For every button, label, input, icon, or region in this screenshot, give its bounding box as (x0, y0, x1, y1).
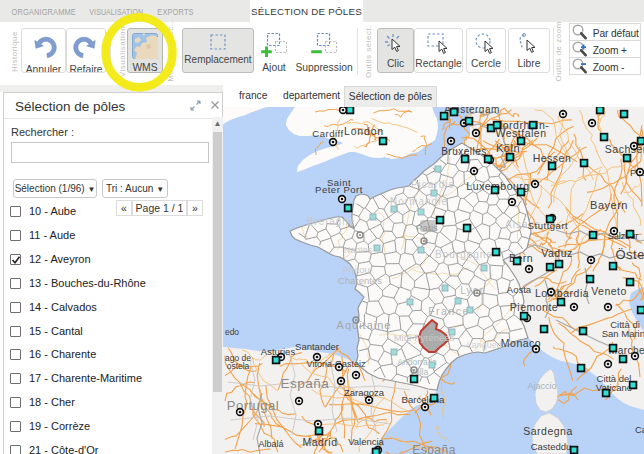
svg-text:France: France (428, 305, 470, 317)
svg-text:Piemonte: Piemonte (510, 301, 558, 313)
svg-text:Cardiff: Cardiff (312, 128, 343, 139)
svg-text:Aquitaine: Aquitaine (337, 319, 392, 331)
svg-text:Vaticano: Vaticano (596, 382, 632, 393)
svg-text:Casteddu: Casteddu (531, 441, 572, 452)
svg-text:London: London (344, 125, 384, 137)
svg-text:Peter Port: Peter Port (315, 184, 363, 195)
svg-text:Madrid: Madrid (302, 436, 337, 448)
svg-text:Poitou-: Poitou- (343, 264, 373, 275)
svg-text:edo: edo (225, 327, 239, 337)
svg-text:Normandie: Normandie (390, 196, 448, 207)
svg-text:Midi-Pyrénées: Midi-Pyrénées (394, 332, 455, 343)
svg-text:Bretagne: Bretagne (307, 216, 356, 227)
svg-text:Lombardia: Lombardia (535, 287, 589, 299)
svg-text:Charentes: Charentes (338, 275, 382, 286)
svg-text:Bourgogne: Bourgogne (435, 249, 493, 260)
svg-text:España: España (412, 443, 456, 454)
svg-text:Vaduz: Vaduz (541, 247, 573, 259)
svg-text:Ajaccio: Ajaccio (527, 381, 556, 391)
svg-text:Österr: Österr (615, 247, 644, 262)
svg-text:Bayern: Bayern (590, 199, 628, 211)
svg-text:Picardie: Picardie (411, 179, 455, 190)
svg-text:España: España (281, 376, 330, 391)
svg-text:Valencia: Valencia (348, 436, 384, 447)
svg-text:Ca: Ca (635, 424, 644, 435)
svg-text:Nantes: Nantes (344, 245, 373, 255)
svg-text:ostela: ostela (227, 361, 250, 371)
svg-text:Köln: Köln (496, 142, 520, 154)
svg-text:Albalá: Albalá (258, 439, 283, 449)
svg-text:Paris: Paris (416, 222, 438, 233)
svg-text:Aosta: Aosta (507, 284, 532, 295)
svg-text:Santander: Santander (295, 341, 339, 352)
svg-text:Portugal: Portugal (227, 398, 279, 413)
svg-text:Lyon: Lyon (460, 285, 485, 296)
svg-text:Sardegna: Sardegna (523, 425, 573, 437)
svg-text:Zaragoza: Zaragoza (344, 387, 385, 398)
svg-text:Veneto: Veneto (591, 285, 627, 297)
svg-text:San Marino: San Marino (602, 328, 644, 339)
